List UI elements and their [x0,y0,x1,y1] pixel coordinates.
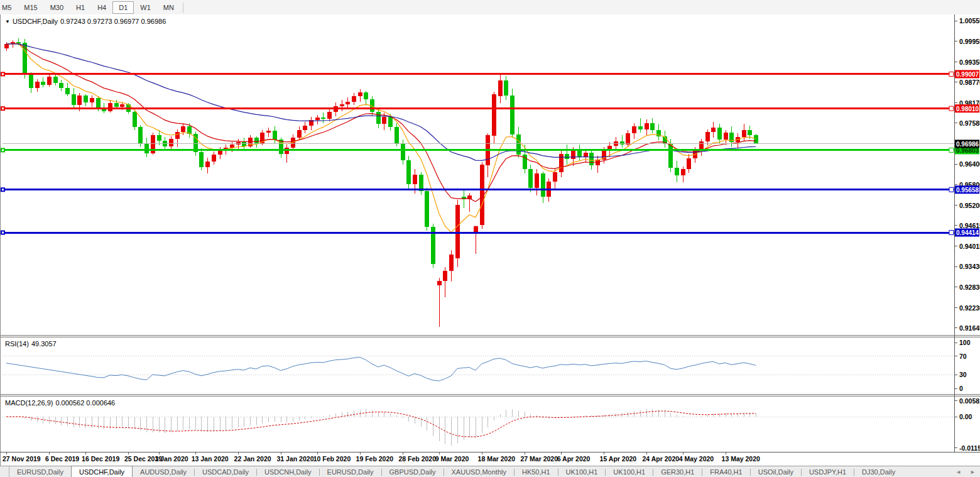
candle-body [59,83,63,89]
level-price-badge-text: 0.95658 [956,187,979,194]
candle-body [16,42,21,43]
candle-body [645,123,649,129]
level-line-handle-left-dot [2,189,4,190]
candle-body [437,281,442,285]
mt4-window: M5M15M30H1H4D1W1MN 1.005550.999550.99355… [0,0,980,477]
candle-body [72,94,76,105]
timeframe-button-h1[interactable]: H1 [70,1,91,14]
date-axis-label: 18 Mar 2020 [478,455,516,463]
candle-body [102,109,106,111]
chart-tab-dj30-daily[interactable]: DJ30,Daily [854,466,903,477]
candle-body [401,143,405,160]
level-line-handle-right[interactable] [949,148,954,152]
timeframe-button-d1[interactable]: D1 [112,1,134,14]
candle-body [559,154,564,172]
level-price-badge-text: 0.98010 [956,106,979,112]
price-axis-label: 0.97585 [959,119,980,127]
candle-body [358,92,362,96]
chart-tab-usdcad-daily[interactable]: USDCAD,Daily [195,466,256,477]
candle-body [528,169,533,188]
candle-body [84,96,88,103]
price-axis-label: 0.99955 [959,38,980,45]
timeframe-button-m15[interactable]: M15 [18,1,43,14]
date-axis-label: 13 May 2020 [722,455,760,463]
candle-body [108,103,112,111]
price-axis-label: 0.95200 [959,202,980,209]
timeframe-button-m5[interactable]: M5 [0,1,18,14]
chart-tab-usdjpy-h1[interactable]: USDJPY,H1 [802,466,854,477]
chart-tab-hk50-h1[interactable]: HK50,H1 [514,466,558,477]
date-axis-label: 10 Feb 2020 [313,455,351,463]
rsi-axis-label: 30 [959,371,967,378]
level-line-handle-left-dot [2,73,4,75]
candle-body [114,103,119,107]
candle-body [754,135,758,144]
date-axis-label: 6 Dec 2019 [45,455,79,463]
candle-body [297,130,302,138]
level-price-badge-text: 0.96803 [956,147,979,154]
candle-body [626,133,630,145]
candle-body [681,169,685,175]
level-price-badge-text: 0.99007 [956,71,979,78]
price-axis-label: 0.94015 [959,243,980,250]
date-axis-label: 22 Jan 2020 [234,455,271,463]
chart-tab-uk100-h1[interactable]: UK100,H1 [606,466,653,477]
macd-axis-label: 0.005818 [959,397,980,405]
timeframe-button-m30[interactable]: M30 [44,1,70,14]
candle-body [169,139,173,146]
chart-canvas[interactable]: 1.005550.999550.993550.987700.981700.975… [0,14,980,466]
date-axis-label: 19 Feb 2020 [356,455,394,463]
candle-body [376,112,381,124]
candle-body [675,168,679,175]
date-axis-label: 28 Feb 2020 [399,455,437,463]
chart-tab-gbpusd-daily[interactable]: GBPUSD,Daily [382,466,444,477]
candle-body [632,126,636,133]
price-axis-label: 0.94615 [959,222,980,229]
level-line-handle-right[interactable] [949,72,954,76]
date-axis-label: 27 Mar 2020 [521,455,558,463]
chart-tab-usdcnh-daily[interactable]: USDCNH,Daily [257,466,319,477]
candle-body [321,118,325,119]
chart-tab-usoil-daily[interactable]: USOil,Daily [751,466,801,477]
candle-body [352,96,356,102]
candle-body [541,173,545,196]
timeframe-button-h4[interactable]: H4 [91,1,112,14]
level-line-handle-left-dot [2,232,4,234]
chart-tab-fra40-h1[interactable]: FRA40,H1 [702,466,749,477]
macd-axis-label: 0.00 [959,413,972,420]
date-axis-label: 31 Jan 2020 [277,455,314,463]
level-line-handle-right[interactable] [949,187,954,192]
tab-scroll-right-icon[interactable]: ► [966,466,980,477]
timeframe-button-mn[interactable]: MN [157,1,180,14]
chart-tab-bar: EURUSD,DailyUSDCHF,DailyAUDUSD,DailyUSDC… [0,466,980,477]
candle-body [742,130,746,137]
chart-tab-uk100-h1[interactable]: UK100,H1 [558,466,606,477]
level-price-badge-text: 0.94414 [956,229,979,236]
price-axis-label: 0.99355 [959,58,980,66]
candle-body [425,191,429,227]
candle-body [157,135,161,141]
candle-body [748,130,752,136]
chart-tab-ger30-h1[interactable]: GER30,H1 [653,466,702,477]
chart-window[interactable]: 1.005550.999550.993550.987700.981700.975… [0,14,980,466]
candle-body [90,98,94,102]
chart-tab-eurusd-daily[interactable]: EURUSD,Daily [9,466,71,477]
chart-tab-audusd-daily[interactable]: AUDUSD,Daily [133,466,194,477]
candle-body [553,172,557,182]
timeframe-button-w1[interactable]: W1 [134,1,157,14]
level-line-handle-right[interactable] [949,106,954,111]
candle-body [449,255,454,270]
candle-body [175,132,180,139]
tab-scroll-left-icon[interactable]: ◄ [951,466,966,477]
candle-body [47,77,52,85]
chart-tab-xauusd-monthly[interactable]: XAUUSD,Monthly [444,466,514,477]
candle-body [395,127,399,143]
timeframe-toolbar: M5M15M30H1H4D1W1MN [0,0,980,15]
candle-body [340,104,344,107]
level-line-handle-right[interactable] [949,231,954,235]
chart-tab-usdchf-daily[interactable]: USDCHF,Daily [71,466,133,477]
candle-body [346,102,350,104]
chart-tab-eurusd-daily[interactable]: EURUSD,Daily [320,466,381,477]
candle-body [577,151,582,157]
price-axis-label: 0.93430 [959,263,980,270]
